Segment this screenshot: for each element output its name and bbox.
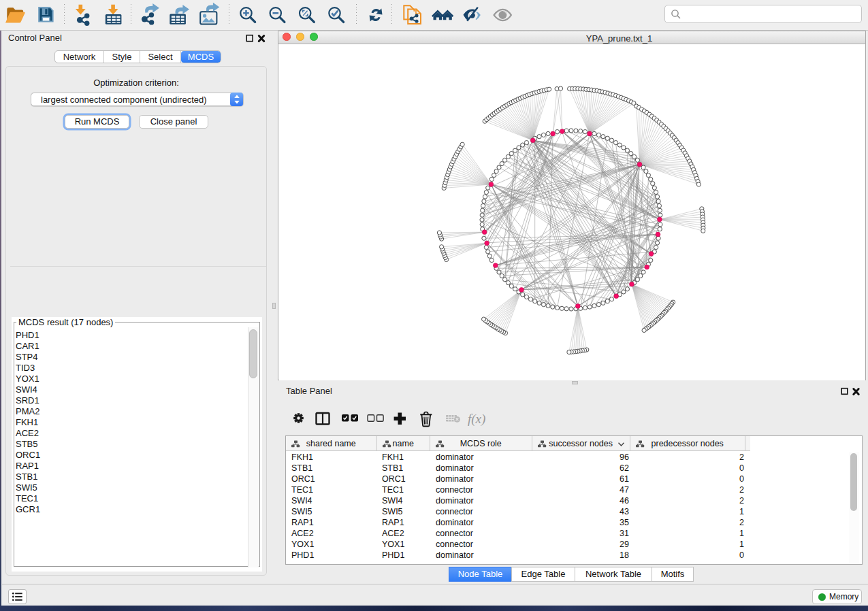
svg-text:f(x): f(x) <box>468 412 485 427</box>
